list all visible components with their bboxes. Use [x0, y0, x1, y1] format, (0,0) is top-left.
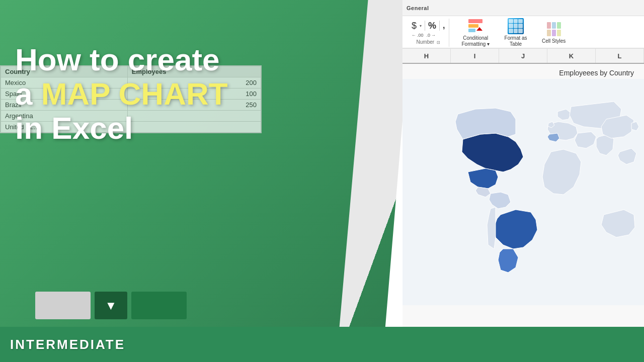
col-header-K[interactable]: K	[547, 49, 596, 63]
table-cell-5	[514, 24, 518, 28]
table-cell-8	[514, 29, 518, 33]
table-cell-4	[509, 24, 513, 28]
left-panel: Country Employees Mexico 200 Spain 100 B…	[0, 0, 403, 362]
table-cell-2	[514, 19, 518, 24]
table-cell-9	[518, 29, 523, 33]
svg-rect-1	[468, 24, 478, 28]
dropdown-button[interactable]: ▼	[95, 292, 127, 319]
button-gray[interactable]	[35, 292, 91, 319]
title-line2-b: MAP CHART	[41, 76, 228, 111]
ribbon-bottom: $ ▾ % , ← .00 .0 →	[403, 16, 644, 49]
title-line1: How to create	[15, 43, 342, 77]
dollar-symbol[interactable]: $	[412, 21, 417, 31]
cs-cell-6	[557, 30, 561, 36]
col-header-J[interactable]: J	[499, 49, 547, 63]
number-controls-group: $ ▾ % , ← .00 .0 →	[408, 19, 449, 47]
button-green[interactable]	[131, 292, 187, 319]
number-group-label: Number ⊡	[412, 39, 445, 45]
cell-styles-icon	[546, 21, 562, 37]
svg-marker-3	[476, 27, 482, 31]
cs-cell-5	[552, 30, 556, 36]
separator	[425, 21, 425, 31]
title-line2-a: a	[15, 76, 41, 111]
comma-symbol[interactable]: ,	[443, 21, 445, 30]
map-title: Employeees by Country	[559, 69, 634, 77]
cs-cell-4	[547, 30, 551, 36]
separator2	[439, 21, 440, 31]
cs-cell-3	[557, 22, 561, 29]
bottom-buttons-area: ▼	[35, 292, 187, 319]
col-header-I[interactable]: I	[451, 49, 499, 63]
table-cell-7	[509, 29, 513, 33]
format-as-table-icon	[508, 18, 524, 34]
col-header-L[interactable]: L	[596, 49, 644, 63]
dollar-dropdown-arrow[interactable]: ▾	[420, 24, 422, 28]
decrease-decimal-btn[interactable]: .0 →	[427, 33, 436, 38]
dropdown-arrow-icon: ▼	[105, 299, 117, 313]
world-map-svg	[403, 79, 644, 305]
main-container: Country Employees Mexico 200 Spain 100 B…	[0, 0, 644, 362]
bottom-bar: INTERMEDIATE	[0, 327, 644, 362]
conditional-formatting-label: ConditionalFormatting ▾	[461, 35, 490, 47]
conditional-formatting-button[interactable]: ConditionalFormatting ▾	[457, 17, 494, 48]
svg-rect-2	[468, 29, 475, 32]
title-overlay: How to create a MAP CHART in Excel	[15, 43, 342, 146]
arrow-right-icon: →	[431, 33, 436, 38]
cell-styles-label: Cell Styles	[542, 38, 566, 44]
conditional-formatting-icon	[467, 18, 484, 34]
table-cell-1	[509, 19, 513, 24]
difficulty-label: INTERMEDIATE	[10, 337, 125, 352]
format-as-table-icon-container	[508, 18, 524, 34]
num-row2: ← .00 .0 →	[412, 33, 445, 38]
conditional-formatting-icon-container	[467, 18, 484, 34]
svg-rect-0	[468, 19, 482, 23]
number-label-text: Number	[417, 39, 435, 45]
format-as-table-button[interactable]: Format as Table	[497, 17, 535, 48]
cell-styles-button[interactable]: Cell Styles	[538, 20, 570, 45]
dec-increase-label: .00	[417, 33, 424, 38]
ribbon-area: General $ ▾ % , ← .00	[403, 0, 644, 49]
title-line2: a MAP CHART	[15, 77, 342, 111]
ribbon-top: General	[403, 0, 644, 16]
table-cell-3	[518, 19, 523, 24]
cs-cell-1	[547, 22, 551, 29]
cell-styles-icon-container	[546, 21, 562, 37]
format-as-table-label: Format as Table	[501, 35, 531, 47]
general-label: General	[407, 5, 429, 11]
increase-decimal-btn[interactable]: ← .00	[412, 33, 424, 38]
cs-cell-2	[552, 22, 556, 29]
table-cell-6	[518, 24, 523, 28]
map-container: Employeees by Country	[403, 64, 644, 327]
styles-group: ConditionalFormatting ▾	[453, 15, 574, 50]
dec-decrease-label: .0	[427, 33, 431, 38]
title-line3: in Excel	[15, 111, 342, 145]
arrow-left-icon: ←	[412, 33, 416, 38]
col-header-H[interactable]: H	[403, 49, 451, 63]
expand-icon[interactable]: ⊡	[437, 40, 440, 45]
percent-symbol[interactable]: %	[428, 21, 436, 31]
cond-dropdown-arrow: ▾	[487, 41, 490, 47]
num-row1: $ ▾ % ,	[412, 21, 445, 31]
column-headers: H I J K L	[403, 49, 644, 64]
